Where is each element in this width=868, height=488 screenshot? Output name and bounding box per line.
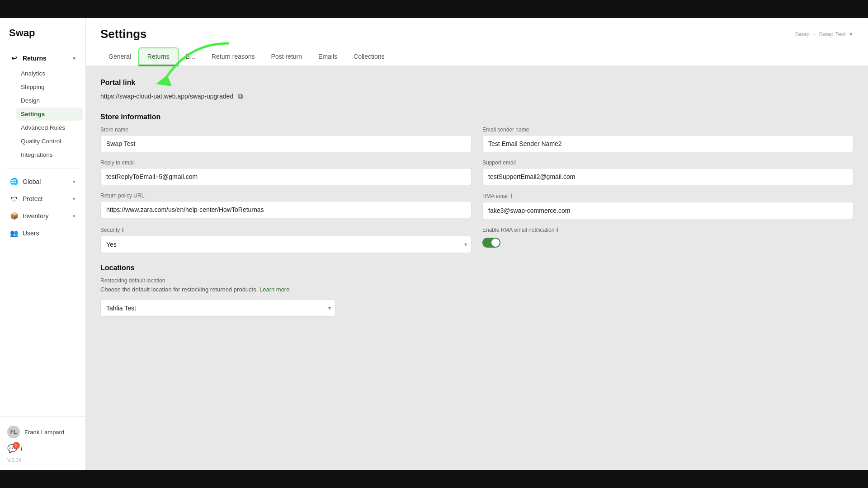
security-field: Security ℹ Yes No ▾ [100,226,472,253]
store-name-input[interactable] [100,135,472,152]
org-chevron-icon: ▾ [849,31,853,38]
enable-rma-toggle-row [482,238,854,248]
main-header: Settings Swap › Swap Test ▾ General Retu… [86,18,868,66]
return-policy-label: Return policy URL [100,192,472,199]
main-body: Portal link https://swap-cloud-uat.web.a… [86,66,868,470]
chat-badge: 2 [13,442,20,449]
copy-icon[interactable]: ⧉ [238,92,243,100]
user-name: Frank Lampard [24,429,64,436]
users-icon: 👥 [10,229,18,237]
store-name-field: Store name [100,127,472,152]
tab-post-return[interactable]: Post return [263,48,310,66]
security-select[interactable]: Yes No [100,236,472,253]
store-info-section: Store information Store name Email sende… [100,113,854,253]
main-content: Settings Swap › Swap Test ▾ General Retu… [86,18,868,470]
enable-rma-toggle[interactable] [482,238,500,248]
sidebar: Swap ↩ Returns ▾ Analytics Shipping Desi… [0,18,86,470]
tab-returns[interactable]: Returns [139,48,178,66]
email-sender-field: Email sender name [482,127,854,152]
portal-link-section: Portal link https://swap-cloud-uat.web.a… [100,79,854,100]
restocking-desc: Choose the default location for restocki… [100,286,854,293]
location-select-wrapper: Tahlia Test ▾ [100,300,335,317]
tab-billing[interactable]: B... [178,48,203,66]
learn-more-link[interactable]: Learn more [259,286,289,293]
store-info-grid: Store name Email sender name Reply to em… [100,127,854,253]
avatar: FL [7,426,20,438]
reply-email-input[interactable] [100,168,472,185]
tab-general[interactable]: General [100,48,139,66]
sidebar-item-protect[interactable]: 🛡 Protect ▾ [3,191,83,207]
security-select-wrapper: Yes No ▾ [100,236,472,253]
sidebar-item-returns[interactable]: ↩ Returns ▾ [3,50,83,66]
org-swap-label: Swap [795,31,810,38]
protect-icon: 🛡 [10,195,18,203]
store-name-label: Store name [100,127,472,133]
inventory-icon: 📦 [10,212,18,220]
return-policy-field: Return policy URL [100,192,472,219]
return-policy-input[interactable] [100,201,472,218]
portal-link-url: https://swap-cloud-uat.web.app/swap-upgr… [100,93,233,100]
rma-email-input[interactable] [482,202,854,219]
security-info-icon[interactable]: ℹ [122,226,124,234]
sidebar-item-inventory[interactable]: 📦 Inventory ▾ [3,208,83,224]
support-email-label: Support email [482,160,854,166]
tab-collections[interactable]: Collections [345,48,392,66]
toggle-knob [491,239,500,247]
sidebar-item-analytics[interactable]: Analytics [16,67,83,80]
email-sender-label: Email sender name [482,127,854,133]
restocking-label: Restocking default location [100,277,854,284]
support-email-input[interactable] [482,168,854,185]
support-email-field: Support email [482,160,854,185]
store-info-title: Store information [100,113,854,121]
tab-return-reasons[interactable]: Return reasons [203,48,263,66]
app-logo: Swap [0,27,85,50]
version-label: V.0.04 [0,455,85,465]
rma-email-info-icon[interactable]: ℹ [510,192,513,200]
tab-emails[interactable]: Emails [310,48,345,66]
security-label: Security [100,227,120,233]
sidebar-item-quality-control[interactable]: Quality Control [16,135,83,148]
user-profile[interactable]: FL Frank Lampard [0,422,85,442]
sidebar-item-users[interactable]: 👥 Users [3,225,83,241]
sidebar-item-global[interactable]: 🌐 Global ▾ [3,174,83,190]
page-title: Settings [100,27,147,41]
returns-icon: ↩ [10,54,18,62]
rma-email-label: RMA email [482,193,509,199]
sidebar-item-design[interactable]: Design [16,94,83,107]
sidebar-item-settings[interactable]: Settings [16,108,83,121]
enable-rma-label: Enable RMA email notification [482,227,554,233]
returns-submenu: Analytics Shipping Design Settings Advan… [0,67,85,161]
location-select[interactable]: Tahlia Test [100,300,335,317]
org-current-label: Swap Test [819,31,846,38]
chat-label: t [21,446,23,452]
portal-link-title: Portal link [100,79,854,87]
locations-title: Locations [100,264,854,272]
reply-email-field: Reply to email [100,160,472,185]
enable-rma-field: Enable RMA email notification ℹ [482,226,854,253]
reply-email-label: Reply to email [100,160,472,166]
rma-email-field: RMA email ℹ [482,192,854,219]
chat-icon[interactable]: 💬 2 [7,444,17,454]
restocking-field: Restocking default location Choose the d… [100,277,854,317]
sidebar-item-shipping[interactable]: Shipping [16,80,83,94]
global-icon: 🌐 [10,178,18,186]
tabs: General Returns B... Return reasons Post… [100,48,854,66]
locations-section: Locations Restocking default location Ch… [100,264,854,317]
sidebar-item-advanced-rules[interactable]: Advanced Rules [16,121,83,134]
sidebar-item-integrations[interactable]: Integrations [16,148,83,161]
email-sender-input[interactable] [482,135,854,152]
portal-link-row: https://swap-cloud-uat.web.app/swap-upgr… [100,92,854,100]
enable-rma-info-icon[interactable]: ℹ [556,226,558,234]
org-selector[interactable]: Swap › Swap Test ▾ [795,31,854,38]
